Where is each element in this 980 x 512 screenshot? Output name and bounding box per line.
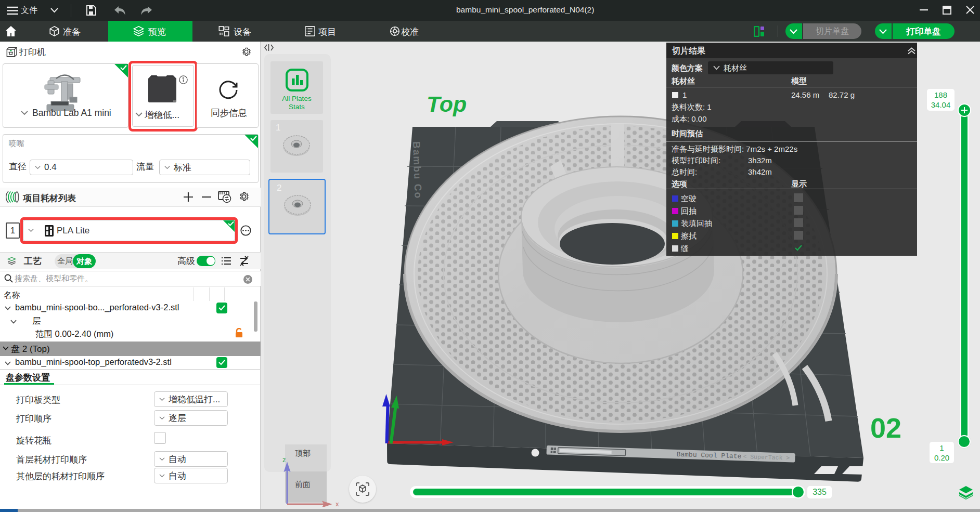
svg-text:Bambu Co: Bambu Co (411, 141, 424, 200)
svg-text:z: z (282, 456, 286, 464)
svg-text:x: x (336, 500, 339, 507)
